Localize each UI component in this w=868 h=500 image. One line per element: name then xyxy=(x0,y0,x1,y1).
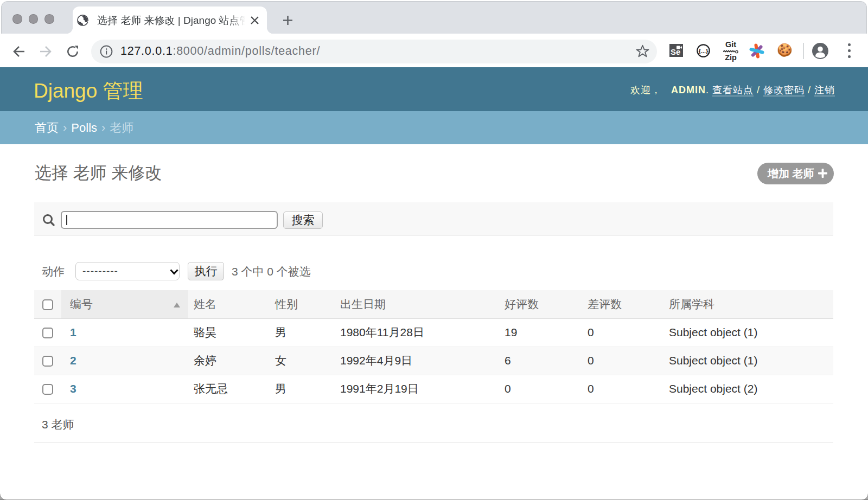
svg-text:{...}: {...} xyxy=(699,48,709,54)
